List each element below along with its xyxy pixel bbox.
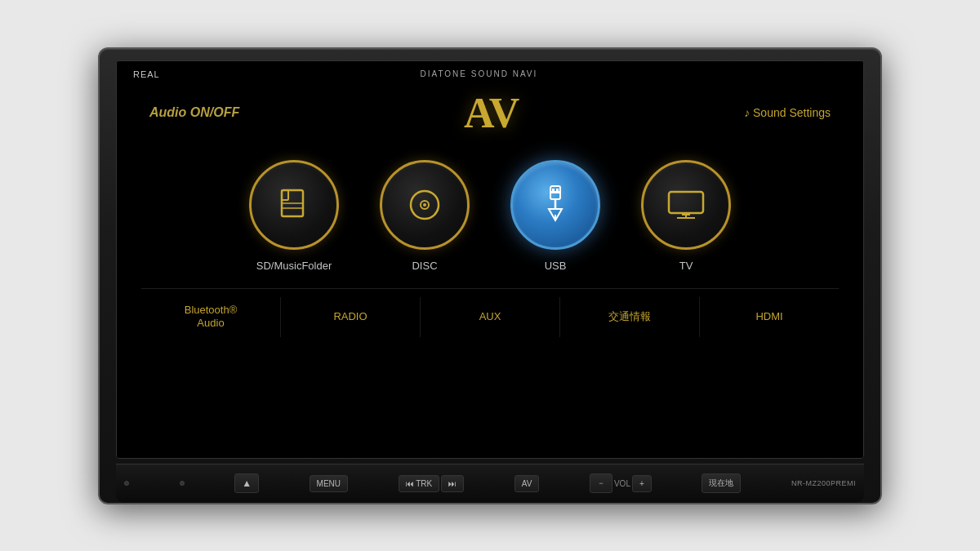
vol-controls: － VOL +	[590, 473, 652, 493]
sd-button[interactable]: SD/MusicFolder	[249, 160, 339, 272]
svg-point-6	[423, 203, 426, 207]
model-label: NR-MZ200PREMI	[791, 479, 856, 487]
vol-label: VOL	[614, 479, 630, 488]
disc-label: DISC	[412, 260, 437, 272]
svg-rect-13	[669, 192, 703, 213]
trk-controls: ⏮ TRK ⏭	[399, 475, 465, 492]
trk-next-button[interactable]: ⏭	[441, 475, 464, 492]
power-dot	[124, 481, 129, 486]
top-bar: Audio ON/OFF AV ♪ Sound Settings	[141, 82, 839, 144]
sd-label: SD/MusicFolder	[256, 260, 332, 272]
screen-body: Audio ON/OFF AV ♪ Sound Settings	[117, 82, 863, 458]
brand-label: REAL	[133, 69, 160, 79]
bottom-row: Bluetooth® Audio RADIO AUX 交通情報 HDMI	[141, 288, 839, 346]
svg-rect-10	[551, 191, 559, 193]
aux-button[interactable]: AUX	[421, 297, 560, 338]
disc-circle	[380, 160, 470, 250]
screen: REAL DIATONE SOUND NAVI Audio ON/OFF AV …	[117, 61, 863, 458]
menu-button[interactable]: MENU	[310, 475, 348, 492]
main-icons-row: SD/MusicFolder DISC	[141, 160, 839, 272]
subtitle-label: DIATONE SOUND NAVI	[420, 69, 537, 78]
usb-label: USB	[545, 260, 567, 272]
disc-button[interactable]: DISC	[380, 160, 470, 272]
eject-button[interactable]: ▲	[234, 473, 259, 493]
screen-container: REAL DIATONE SOUND NAVI Audio ON/OFF AV …	[116, 60, 864, 459]
device-unit: REAL DIATONE SOUND NAVI Audio ON/OFF AV …	[98, 47, 882, 504]
bluetooth-button[interactable]: Bluetooth® Audio	[141, 297, 281, 338]
vol-minus-button[interactable]: －	[590, 473, 612, 493]
sound-settings-button[interactable]: ♪ Sound Settings	[744, 106, 831, 119]
sensor-dot	[180, 481, 185, 486]
audio-toggle-button[interactable]: Audio ON/OFF	[149, 105, 239, 120]
radio-button[interactable]: RADIO	[281, 297, 421, 338]
sd-circle	[249, 160, 339, 250]
usb-button[interactable]: USB	[510, 160, 600, 272]
traffic-button[interactable]: 交通情報	[560, 297, 700, 338]
trk-prev-button[interactable]: ⏮ TRK	[399, 475, 440, 492]
hardware-bar: ▲ MENU ⏮ TRK ⏭ AV － VOL + 現在地 NR-MZ200PR…	[116, 464, 864, 503]
home-button[interactable]: 現在地	[702, 473, 741, 493]
av-hw-button[interactable]: AV	[514, 475, 540, 492]
hdmi-button[interactable]: HDMI	[700, 297, 839, 338]
usb-circle	[510, 160, 600, 250]
tv-button[interactable]: TV	[641, 160, 731, 272]
tv-circle	[641, 160, 731, 250]
vol-plus-button[interactable]: +	[632, 475, 652, 492]
screen-title: AV	[464, 89, 519, 137]
tv-label: TV	[679, 260, 693, 272]
screen-header: REAL DIATONE SOUND NAVI	[117, 61, 863, 82]
